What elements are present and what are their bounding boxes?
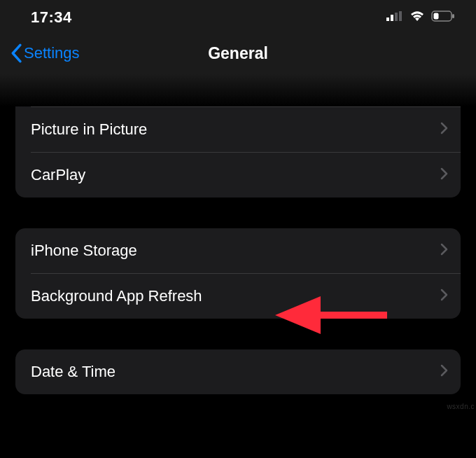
svg-rect-6 [452,14,454,18]
row-date-time[interactable]: Date & Time [15,349,461,394]
svg-rect-2 [395,13,398,21]
watermark: wsxdn.c [447,403,475,410]
status-time: 17:34 [31,8,72,27]
content: Picture in Picture CarPlay iPhone Storag… [0,106,476,394]
nav-bar: Settings General [0,35,476,74]
svg-rect-3 [399,11,402,21]
back-button[interactable]: Settings [10,43,80,63]
row-label: CarPlay [31,166,85,184]
chevron-right-icon [440,289,448,304]
svg-rect-0 [386,18,389,21]
chevron-right-icon [440,167,448,183]
nav-shadow [0,74,476,106]
svg-rect-5 [434,13,439,20]
row-label: Background App Refresh [31,287,202,305]
status-bar: 17:34 [0,0,476,35]
row-label: Date & Time [31,363,115,381]
settings-group-2: iPhone Storage Background App Refresh [15,228,461,319]
chevron-left-icon [10,43,22,63]
wifi-icon [409,10,426,25]
row-label: iPhone Storage [31,242,137,260]
row-iphone-storage[interactable]: iPhone Storage [15,228,461,273]
row-carplay[interactable]: CarPlay [15,153,461,197]
chevron-right-icon [440,364,448,380]
cellular-icon [386,11,403,24]
row-label: Picture in Picture [31,120,147,139]
chevron-right-icon [440,122,448,137]
status-icons [386,10,455,25]
svg-rect-1 [391,15,393,21]
settings-group-1: Picture in Picture CarPlay [15,106,461,197]
back-label: Settings [24,44,80,62]
settings-group-3: Date & Time [15,349,461,394]
chevron-right-icon [440,243,448,258]
row-picture-in-picture[interactable]: Picture in Picture [15,107,461,152]
page-title: General [208,44,268,63]
row-background-app-refresh[interactable]: Background App Refresh [15,274,461,319]
battery-icon [431,11,455,25]
